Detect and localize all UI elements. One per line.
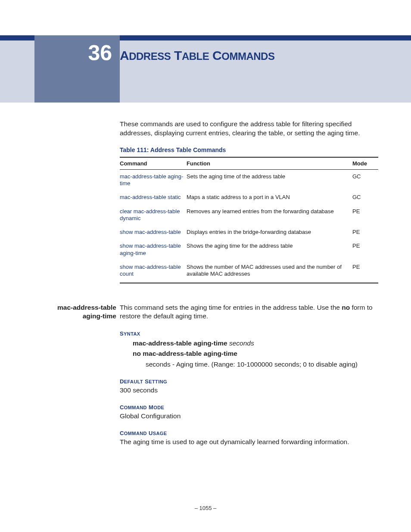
syntax-heading: SYNTAX [120,330,378,337]
chapter-number: 36 [88,40,112,65]
syntax-line-1: mac-address-table aging-time seconds [133,339,378,347]
cmd-func: Maps a static address to a port in a VLA… [187,190,352,204]
table-row: mac-address-table static Maps a static a… [120,190,378,204]
cmd-link[interactable]: mac-address-table aging-time [120,173,183,187]
usage-body: The aging time is used to age out dynami… [120,438,378,446]
table-row: show mac-address-table Displays entries … [120,225,378,239]
cmd-link[interactable]: show mac-address-table count [120,264,181,277]
cmd-mode: PE [352,225,378,239]
mode-heading: COMMAND MODE [120,404,378,411]
content-column: These commands are used to configure the… [120,120,378,446]
cmd-link[interactable]: clear mac-address-table dynamic [120,208,180,221]
cmd-func: Displays entries in the bridge-forwardin… [187,225,352,239]
th-mode: Mode [352,157,378,170]
param-desc: seconds - Aging time. (Range: 10-1000000… [146,360,378,369]
intro-paragraph: These commands are used to configure the… [120,120,378,138]
banner-bar-light: 36 ADDRESS TABLE COMMANDS [0,40,411,103]
side-heading: mac-address-table aging-time [41,303,116,320]
table-row: mac-address-table aging-time Sets the ag… [120,169,378,190]
cmd-func: Shows the number of MAC addresses used a… [187,260,352,283]
page-number: – 1055 – [0,505,411,511]
table-row: clear mac-address-table dynamic Removes … [120,205,378,226]
table-row: show mac-address-table count Shows the n… [120,260,378,283]
cmd-func: Sets the aging time of the address table [187,169,352,190]
cmd-func: Shows the aging time for the address tab… [187,239,352,260]
chapter-title: ADDRESS TABLE COMMANDS [120,48,274,63]
mode-body: Global Configuration [120,412,378,420]
th-function: Function [187,157,352,170]
cmd-link[interactable]: mac-address-table static [120,194,181,200]
cmd-link[interactable]: show mac-address-table [120,229,181,235]
cmd-link[interactable]: show mac-address-table aging-time [120,243,181,256]
cmd-mode: GC [352,190,378,204]
cmd-mode: PE [352,239,378,260]
default-heading: DEFAULT SETTING [120,378,378,385]
cmd-mode: PE [352,260,378,283]
chapter-number-block: 36 [34,35,120,103]
table-row: show mac-address-table aging-time Shows … [120,239,378,260]
syntax-line-2: no mac-address-table aging-time [133,350,378,358]
th-command: Command [120,157,187,170]
cmd-mode: PE [352,205,378,226]
usage-heading: COMMAND USAGE [120,430,378,436]
default-body: 300 seconds [120,386,378,395]
chapter-banner: 36 ADDRESS TABLE COMMANDS [0,35,411,103]
cmd-func: Removes any learned entries from the for… [187,205,352,226]
table-caption: Table 111: Address Table Commands [120,146,378,153]
command-section: mac-address-table aging-time This comman… [120,303,378,446]
cmd-mode: GC [352,169,378,190]
section-lead: This command sets the aging time for ent… [120,303,378,320]
commands-table: Command Function Mode mac-address-table … [120,157,378,284]
